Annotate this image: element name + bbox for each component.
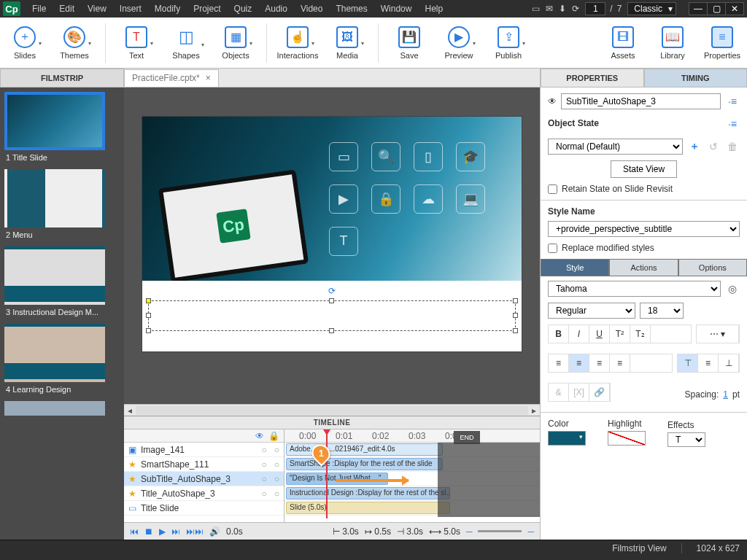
menu-modify[interactable]: Modify — [149, 1, 186, 16]
superscript-button[interactable]: T² — [610, 325, 630, 343]
object-name-input[interactable] — [561, 93, 721, 109]
clip-title[interactable]: Instructional Design :Display for the re… — [286, 487, 450, 499]
state-select[interactable]: Normal (Default) — [548, 139, 683, 155]
align-right-button[interactable]: ≡ — [589, 354, 610, 372]
clip-slide[interactable]: Slide (5.0s) — [286, 502, 450, 514]
highlight-color-swatch[interactable] — [608, 431, 646, 446]
retain-state-checkbox[interactable] — [548, 184, 557, 194]
thumb-4[interactable]: 4 Learning Design — [4, 324, 120, 394]
ribbon-slides[interactable]: ＋▾Slides — [4, 26, 45, 60]
tl-zoom-in-icon[interactable]: ─ — [527, 526, 534, 537]
assets-panel-icon[interactable]: ▭ — [532, 4, 540, 14]
scroll-left-icon[interactable]: ◂ — [124, 405, 136, 416]
tab-properties[interactable]: PROPERTIES — [541, 69, 644, 88]
ribbon-media[interactable]: 🖼▾Media — [327, 26, 368, 60]
typekit-icon[interactable]: ◎ — [725, 281, 740, 296]
menu-insert[interactable]: Insert — [114, 1, 147, 16]
effects-select[interactable]: T — [667, 432, 705, 447]
tab-timing[interactable]: TIMING — [644, 69, 748, 88]
menu-quiz[interactable]: Quiz — [228, 1, 258, 16]
ribbon-shapes[interactable]: ◫▾Shapes — [166, 26, 206, 60]
insert-symbol-button[interactable]: & — [549, 384, 569, 401]
bullets-dropdown[interactable]: ⋯ ▾ — [697, 325, 739, 343]
layout-mode-dropdown[interactable]: Classic — [627, 2, 676, 15]
thumb-1[interactable]: 1 Title Slide — [4, 92, 120, 162]
layer-image[interactable]: ▣Image_141○○ — [124, 443, 284, 457]
mail-icon[interactable]: ✉ — [546, 4, 553, 14]
tl-mute-icon[interactable]: 🔊 — [209, 526, 220, 537]
thumb-5[interactable] — [4, 401, 120, 416]
thumb-3[interactable]: 3 Instructional Design M... — [4, 246, 120, 316]
delete-state-icon[interactable]: 🗑 — [725, 139, 740, 154]
canvas-area[interactable]: Cp ▭ 🔍 ▯ 🎓 ▶ 🔒 ☁ 💻 T ⟳ — [124, 88, 540, 404]
ribbon-library[interactable]: 📖Library — [652, 26, 693, 60]
window-minimize-icon[interactable]: — — [689, 2, 708, 15]
insert-link-button[interactable]: 🔗 — [589, 384, 610, 401]
clip-smartshape[interactable]: SmartShape :Display for the rest of the … — [286, 458, 443, 470]
menu-edit[interactable]: Edit — [53, 1, 80, 16]
clip-image[interactable]: Adobe............0219467_edit:4.0s — [286, 443, 443, 456]
align-left-button[interactable]: ≡ — [549, 354, 569, 372]
valign-bottom-button[interactable]: ⊥ — [719, 354, 739, 372]
ribbon-objects[interactable]: ▦▾Objects — [215, 26, 256, 60]
layer-smartshape[interactable]: ★SmartShape_111○○ — [124, 457, 284, 472]
timeline-tracks[interactable]: 0:00 0:01 0:02 0:03 0:04 END Adobe......… — [285, 429, 540, 522]
close-tab-icon[interactable]: × — [206, 73, 211, 83]
subtab-style[interactable]: Style — [541, 259, 609, 276]
valign-top-button[interactable]: ⊤ — [678, 354, 698, 372]
add-state-icon[interactable]: ＋ — [687, 139, 702, 154]
style-name-select[interactable]: +provide_perspective_subtitle — [548, 221, 740, 237]
filmstrip-thumbs[interactable]: 1 Title Slide 2 Menu 3 Instructional Des… — [0, 88, 124, 540]
rotation-handle-icon[interactable]: ⟳ — [328, 286, 336, 296]
tl-play-icon[interactable]: ▶ — [159, 526, 166, 537]
document-tab[interactable]: PracticeFile.cptx*× — [124, 69, 219, 87]
italic-button[interactable]: I — [569, 325, 589, 343]
menu-audio[interactable]: Audio — [259, 1, 293, 16]
subtitle-selection[interactable] — [148, 300, 516, 331]
menu-file[interactable]: File — [26, 1, 52, 16]
ribbon-themes[interactable]: 🎨▾Themes — [54, 26, 95, 60]
layer-title[interactable]: ★Title_AutoShape_3○○ — [124, 486, 284, 501]
text-color-swatch[interactable] — [548, 431, 586, 446]
ribbon-assets[interactable]: 🎞Assets — [603, 26, 643, 60]
visibility-eye-icon[interactable]: 👁 — [548, 96, 557, 106]
thumb-2[interactable]: 2 Menu — [4, 169, 120, 239]
window-maximize-icon[interactable]: ▢ — [707, 2, 726, 15]
state-view-button[interactable]: State View — [611, 160, 677, 178]
ribbon-preview[interactable]: ▶▾Preview — [438, 26, 479, 60]
menu-window[interactable]: Window — [375, 1, 418, 16]
subtab-options[interactable]: Options — [678, 259, 747, 276]
tl-zoom-slider[interactable] — [478, 530, 522, 532]
insert-var-button[interactable]: [X] — [569, 384, 589, 401]
menu-themes[interactable]: Themes — [330, 1, 373, 16]
layer-subtitle[interactable]: ★SubTitle_AutoShape_3○○ — [124, 472, 284, 486]
ribbon-properties[interactable]: ≡Properties — [702, 26, 743, 60]
spacing-value[interactable]: 1 — [723, 389, 728, 400]
align-justify-button[interactable]: ≡ — [610, 354, 630, 372]
bold-button[interactable]: B — [549, 325, 569, 343]
valign-middle-button[interactable]: ≡ — [698, 354, 719, 372]
ribbon-text[interactable]: T▾Text — [116, 26, 157, 60]
ribbon-publish[interactable]: ⇪▾Publish — [488, 26, 529, 60]
tl-stop-icon[interactable]: ⏹ — [144, 526, 153, 537]
canvas-hscrollbar[interactable]: ◂▸ — [124, 404, 540, 416]
scroll-right-icon[interactable]: ▸ — [528, 405, 540, 416]
ribbon-interactions[interactable]: ☝▾Interactions — [277, 26, 318, 60]
subscript-button[interactable]: T₂ — [630, 325, 651, 343]
subtab-actions[interactable]: Actions — [609, 259, 678, 276]
tl-zoom-out-icon[interactable]: ─ — [466, 526, 473, 537]
download-icon[interactable]: ⬇ — [559, 4, 566, 14]
ribbon-save[interactable]: 💾Save — [389, 26, 430, 60]
menu-video[interactable]: Video — [295, 1, 328, 16]
state-menu-icon[interactable]: ∙≡ — [725, 117, 740, 131]
replace-styles-checkbox[interactable] — [548, 244, 557, 253]
menu-help[interactable]: Help — [419, 1, 449, 16]
tl-forward-icon[interactable]: ⏭ — [171, 526, 180, 537]
eye-icon[interactable]: 👁 — [255, 431, 264, 441]
tl-end-icon[interactable]: ⏭⏭ — [186, 526, 204, 537]
lock-icon[interactable]: 🔒 — [268, 431, 279, 441]
page-current-input[interactable] — [585, 2, 605, 15]
playhead[interactable] — [326, 429, 328, 518]
sync-icon[interactable]: ⟳ — [572, 4, 579, 14]
window-close-icon[interactable]: ✕ — [725, 2, 744, 15]
